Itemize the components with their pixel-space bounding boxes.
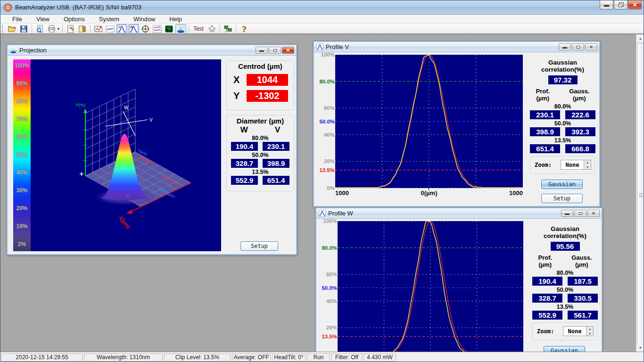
save-icon[interactable] (18, 24, 29, 34)
y-tick-label: 60% (317, 272, 337, 277)
toolbar-separator (32, 25, 32, 33)
menu-item-window[interactable]: Window (128, 15, 160, 24)
prof-value: 398.9 (530, 127, 560, 136)
profile-w-gaussian-button[interactable]: Gaussian (544, 346, 585, 352)
app-logo-icon (4, 3, 12, 12)
centroid-group: Centrod (µm) X 1044 Y -1302 (226, 60, 294, 110)
projection-setup-button[interactable]: Setup (240, 241, 278, 251)
restore-icon (579, 212, 582, 215)
menu-item-help[interactable]: Help (164, 15, 187, 24)
spinner-down-icon[interactable]: ▼ (586, 331, 593, 336)
y-tick-label: 40% (315, 132, 335, 138)
main-titlebar[interactable]: BeamAnalyzer USB (BA7-IR3E) S/N# ba9703 … (0, 0, 644, 15)
profile-v-window-title: Profile V (326, 43, 349, 50)
camera-view-icon[interactable] (164, 24, 174, 34)
test-button[interactable]: Test (191, 25, 206, 32)
zoom-value-field[interactable]: None (563, 326, 586, 336)
zoom-spinner[interactable]: ▲▼ (586, 326, 594, 336)
p-axis-label: P(%) (76, 103, 85, 107)
status-segment: Average: OFF (232, 354, 271, 362)
crosshair-icon[interactable] (140, 24, 151, 34)
menu-item-view[interactable]: View (31, 15, 55, 24)
restore-icon (619, 4, 622, 7)
profile-v-gaussian-button[interactable]: Gaussian (541, 180, 583, 189)
status-segment: Filter: Off (331, 354, 362, 362)
projection-side-panel: Centrod (µm) X 1044 Y -1302 Diameter (µm… (223, 59, 294, 251)
zoom-value-field[interactable]: None (561, 160, 584, 170)
scrollbar-thumb[interactable] (637, 43, 644, 355)
window-title: BeamAnalyzer USB (BA7-IR3E) S/N# ba9703 (15, 4, 141, 11)
network-icon[interactable] (223, 24, 233, 34)
y-tick-label: 40% (317, 298, 337, 304)
row-pct-label: 50.0% (526, 120, 599, 127)
zoom-label: Zoom: (535, 162, 552, 168)
profile-curve (338, 221, 523, 352)
properties-icon[interactable] (65, 24, 76, 34)
profile-v-setup-button[interactable]: Setup (541, 194, 583, 203)
prof-value: 190.4 (532, 277, 562, 286)
profile-w-minimize-button[interactable]: ▬ (561, 210, 573, 217)
gauss-value: 666.8 (565, 144, 595, 153)
status-segment: 4.430 mW (363, 354, 396, 362)
centroid-x-value: 1044 (247, 74, 288, 86)
projection-close-button[interactable]: ✕ (282, 47, 294, 54)
scrollbar-down-icon[interactable]: ▼ (636, 344, 644, 352)
centroid-x-label: X (233, 74, 239, 85)
exit-icon[interactable] (77, 24, 88, 34)
dual-trace-icon[interactable] (152, 24, 163, 34)
profile-w-restore-button[interactable] (574, 210, 586, 217)
toolbar-separator (236, 25, 236, 33)
gauss-value: 222.6 (565, 110, 595, 119)
spinner-down-icon[interactable]: ▼ (584, 165, 591, 170)
print-dropdown-icon[interactable]: ▼ (57, 27, 60, 31)
restore-icon (577, 46, 580, 49)
profile-w-y-axis: 100%80.0%60%50.0%40%20%13.5% (316, 219, 337, 352)
diameter-v-value: 398.9 (263, 159, 289, 168)
diameter-pct-label: 50.0% (227, 152, 294, 158)
zoom-spinner[interactable]: ▲▼ (584, 160, 591, 170)
close-button[interactable]: ✕ (628, 0, 642, 9)
help-icon[interactable]: ? (239, 24, 249, 34)
projection-restore-button[interactable] (269, 47, 281, 54)
y-tick-label: 13.5% (315, 167, 335, 173)
gaussian_fit-curve (338, 221, 523, 352)
profile-v-restore-button[interactable] (572, 43, 584, 50)
profile-v-icon[interactable]: V (116, 24, 127, 34)
gauss-col-header: Gauss. (571, 254, 592, 261)
trend-icon[interactable] (105, 24, 116, 34)
scrollbar-up-icon[interactable]: ▲ (636, 34, 644, 42)
profile-v-close-button[interactable]: ✕ (585, 43, 597, 50)
status-segment: Clip Level: 13.5% (164, 354, 231, 362)
y-tick-label: 60% (315, 105, 335, 111)
y-tick-label: 20% (317, 325, 337, 330)
spinner-up-icon[interactable]: ▲ (586, 327, 593, 331)
v-crosshair-label: V (149, 117, 153, 123)
projection-minimize-button[interactable]: ▬ (256, 47, 268, 54)
menu-item-options[interactable]: Options (58, 15, 90, 24)
profile-w-titlebar[interactable]: Profile W ▬ ✕ (316, 208, 602, 219)
minimize-button[interactable]: ▬ (600, 0, 613, 9)
prof-value: 328.7 (532, 294, 562, 303)
mdi-vertical-scrollbar[interactable]: ▲ ▼ (636, 34, 644, 352)
profile-v-side-panel: Gaussian correlation(%) 97.32 Prof. (µm)… (526, 52, 599, 205)
scatter-icon[interactable] (206, 24, 217, 34)
beam-3d-icon[interactable] (175, 24, 186, 34)
spinner-up-icon[interactable]: ▲ (584, 160, 591, 165)
row-pct-label: 80.0% (528, 270, 602, 276)
meter-icon[interactable] (93, 24, 104, 34)
open-icon[interactable] (7, 24, 17, 34)
menu-item-system[interactable]: System (94, 15, 124, 24)
row-pct-label: 80.0% (526, 103, 599, 110)
projection-titlebar[interactable]: Projection ▬ ✕ (8, 45, 296, 56)
preview-icon[interactable] (34, 24, 45, 34)
profile-v-titlebar[interactable]: Profile V ▬ ✕ (314, 42, 599, 52)
restore-button[interactable] (614, 0, 627, 9)
diameter-w-value: 328.7 (231, 159, 258, 168)
svg-text:V: V (118, 25, 121, 28)
profile-w-close-button[interactable]: ✕ (587, 210, 600, 217)
menu-item-file[interactable]: File (7, 15, 27, 24)
print-icon[interactable] (46, 24, 57, 34)
profile-w-icon[interactable]: W (128, 24, 139, 34)
profile-v-minimize-button[interactable]: ▬ (559, 43, 571, 50)
toolbar-grip[interactable] (2, 25, 4, 33)
